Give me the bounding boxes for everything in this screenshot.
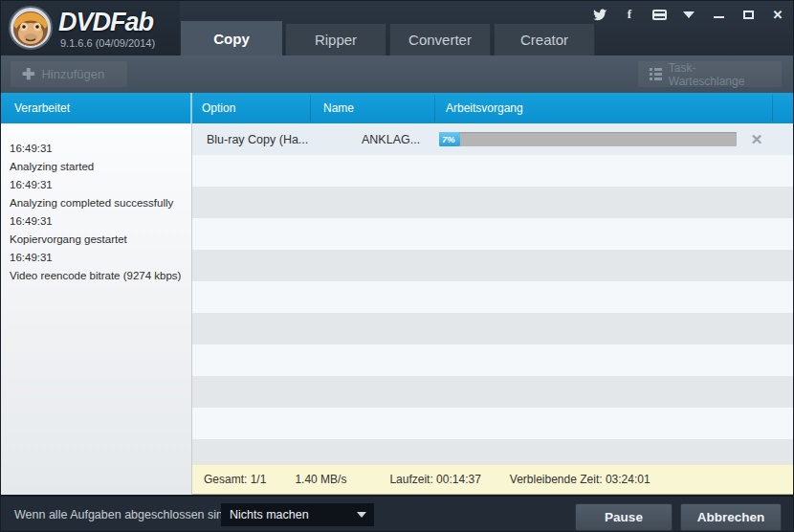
header-divider <box>434 95 435 122</box>
chevron-down-icon <box>357 512 366 518</box>
dvdfab-window: DVDFab 9.1.6.6 (04/09/2014) Copy Ripper … <box>0 0 794 532</box>
log-line: Video reencode bitrate (9274 kbps) <box>10 267 187 285</box>
tab-creator[interactable]: Creator <box>494 23 595 55</box>
status-speed: 1.40 MB/s <box>295 473 346 486</box>
header-processed: Verarbeitet <box>14 93 70 123</box>
header-operation: Arbeitsvorgang <box>446 93 523 123</box>
progress-fill: 7% <box>439 132 460 146</box>
status-total: Gesamt: 1/1 <box>204 473 266 486</box>
log-line: Analyzing started <box>10 158 187 176</box>
after-tasks-label: Wenn alle Aufgaben abgeschlossen sind: <box>14 497 232 532</box>
log-panel: 16:49:31 Analyzing started 16:49:31 Anal… <box>1 123 192 495</box>
task-queue-button[interactable]: Task-Warteschlange <box>638 61 782 87</box>
log-line: 16:49:31 <box>10 176 187 194</box>
empty-rows-stripes <box>192 155 794 464</box>
task-list-icon <box>650 68 662 80</box>
plus-icon: ✚ <box>22 65 34 83</box>
toolbar: ✚ Hinzufügen Task-Warteschlange <box>1 55 794 93</box>
log-line: Analyzing completed successfully <box>10 194 187 212</box>
dropdown-value: Nichts machen <box>230 508 309 521</box>
bottom-bar: Wenn alle Aufgaben abgeschlossen sind: N… <box>1 495 794 532</box>
pause-button[interactable]: Pause <box>575 503 673 531</box>
maximize-icon[interactable] <box>740 8 756 21</box>
tab-copy[interactable]: Copy <box>181 21 282 55</box>
titlebar-icons <box>578 6 785 23</box>
row-option-cell: Blu-ray Copy (Ha... <box>207 123 308 155</box>
mode-tabs: Copy Ripper Converter Creator <box>181 23 595 55</box>
minimize-icon[interactable] <box>711 8 726 21</box>
app-version: 9.1.6.6 (04/09/2014) <box>60 37 155 49</box>
facebook-icon[interactable] <box>622 8 637 21</box>
header-name: Name <box>323 93 354 123</box>
dropdown-caret-icon[interactable] <box>681 8 696 21</box>
grid-header: Verarbeitet Option Name Arbeitsvorgang <box>1 93 794 123</box>
status-bar: Gesamt: 1/1 1.40 MB/s Laufzeit: 00:14:37… <box>192 464 794 495</box>
logo-block: DVDFab 9.1.6.6 (04/09/2014) <box>1 1 180 55</box>
header-option: Option <box>202 93 235 123</box>
add-button[interactable]: ✚ Hinzufügen <box>11 61 127 87</box>
after-tasks-dropdown[interactable]: Nichts machen <box>221 503 374 526</box>
log-line: Kopiervorgang gestartet <box>10 231 187 249</box>
tab-converter[interactable]: Converter <box>389 23 491 55</box>
app-title: DVDFab <box>58 8 153 37</box>
twitter-icon[interactable] <box>592 8 607 21</box>
youtube-icon[interactable] <box>651 8 667 21</box>
titlebar: DVDFab 9.1.6.6 (04/09/2014) Copy Ripper … <box>1 1 794 55</box>
header-divider <box>310 95 311 122</box>
task-queue-label: Task-Warteschlange <box>669 61 770 88</box>
header-divider <box>190 93 192 123</box>
log-line: 16:49:31 <box>10 249 187 267</box>
add-button-label: Hinzufügen <box>41 67 104 81</box>
log-line: 16:49:31 <box>10 140 187 158</box>
row-cancel-icon[interactable]: ✕ <box>747 130 766 149</box>
cancel-button[interactable]: Abbrechen <box>680 503 782 531</box>
status-remaining: Verbleibende Zeit: 03:24:01 <box>510 473 651 486</box>
status-elapsed: Laufzeit: 00:14:37 <box>389 473 480 486</box>
log-line: 16:49:31 <box>10 212 187 231</box>
row-name-cell: ANKLAG... <box>362 123 420 155</box>
dvdfab-monkey-logo-icon <box>9 6 53 50</box>
progress-bar: 7% <box>439 132 737 146</box>
header-divider <box>772 95 773 122</box>
table-row[interactable]: Blu-ray Copy (Ha... ANKLAG... 7% ✕ <box>192 123 794 155</box>
tab-ripper[interactable]: Ripper <box>285 23 386 55</box>
task-table: Blu-ray Copy (Ha... ANKLAG... 7% ✕ <box>192 123 794 464</box>
close-icon[interactable] <box>770 8 785 21</box>
